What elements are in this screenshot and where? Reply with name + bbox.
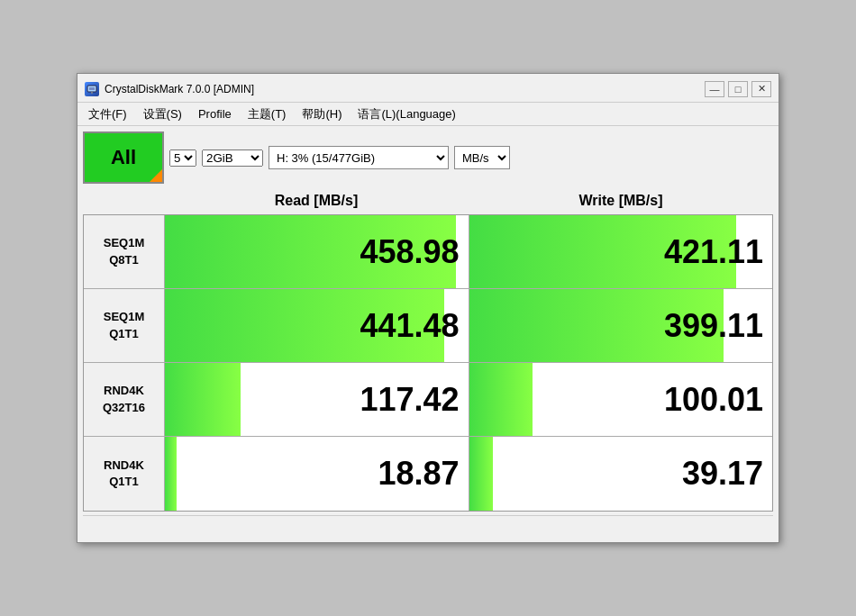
menu-profile[interactable]: Profile <box>191 105 239 122</box>
write-cell-seq1m-q8t1: 421.11 <box>469 215 773 288</box>
benchmark-table: SEQ1M Q8T1 458.98 421.11 SEQ1M Q1T1 <box>83 214 773 512</box>
size-select[interactable]: 2GiB 1GiB 4GiB 512MiB <box>202 149 263 167</box>
table-row: RND4K Q32T16 117.42 100.01 <box>84 363 772 437</box>
menu-settings[interactable]: 设置(S) <box>136 104 189 124</box>
menu-language[interactable]: 语言(L)(Language) <box>351 104 462 124</box>
window-controls: — □ ✕ <box>705 81 771 97</box>
svg-rect-1 <box>89 87 95 90</box>
status-bar <box>83 515 773 537</box>
row-label-rnd4k-q32t16: RND4K Q32T16 <box>84 363 165 436</box>
row-label-rnd4k-q1t1: RND4K Q1T1 <box>84 437 165 511</box>
title-bar-left: CrystalDiskMark 7.0.0 [ADMIN] <box>85 82 254 96</box>
write-value-seq1m-q8t1: 421.11 <box>664 233 763 271</box>
app-icon <box>85 82 99 96</box>
read-value-seq1m-q1t1: 441.48 <box>360 307 459 345</box>
close-button[interactable]: ✕ <box>751 81 771 97</box>
read-value-seq1m-q8t1: 458.98 <box>360 233 459 271</box>
all-button[interactable]: All <box>83 131 164 184</box>
write-cell-seq1m-q1t1: 399.11 <box>469 289 773 362</box>
toolbar: All 5 1 3 9 2GiB 1GiB 4GiB 512MiB H: 3% … <box>83 131 773 184</box>
read-value-rnd4k-q32t16: 117.42 <box>360 381 459 419</box>
write-value-rnd4k-q1t1: 39.17 <box>682 455 763 493</box>
read-cell-seq1m-q8t1: 458.98 <box>165 215 469 288</box>
menu-theme[interactable]: 主题(T) <box>241 104 294 124</box>
read-bar-rnd4k-q1t1 <box>165 437 177 511</box>
write-value-rnd4k-q32t16: 100.01 <box>664 381 763 419</box>
read-value-rnd4k-q1t1: 18.87 <box>378 455 459 493</box>
read-cell-rnd4k-q32t16: 117.42 <box>165 363 469 436</box>
window-title: CrystalDiskMark 7.0.0 [ADMIN] <box>105 83 254 95</box>
write-header: Write [MB/s] <box>469 189 773 213</box>
main-window: CrystalDiskMark 7.0.0 [ADMIN] — □ ✕ 文件(F… <box>77 73 779 543</box>
read-cell-seq1m-q1t1: 441.48 <box>165 289 469 362</box>
minimize-button[interactable]: — <box>705 81 724 97</box>
title-bar: CrystalDiskMark 7.0.0 [ADMIN] — □ ✕ <box>77 74 779 103</box>
read-header: Read [MB/s] <box>164 189 469 213</box>
read-bar-rnd4k-q32t16 <box>165 363 241 436</box>
maximize-button[interactable]: □ <box>728 81 748 97</box>
svg-point-2 <box>91 92 93 94</box>
write-cell-rnd4k-q1t1: 39.17 <box>469 437 773 511</box>
drive-select[interactable]: H: 3% (15/477GiB) <box>269 146 449 169</box>
write-bar-rnd4k-q1t1 <box>469 437 494 511</box>
row-label-seq1m-q8t1: SEQ1M Q8T1 <box>84 215 165 288</box>
count-select[interactable]: 5 1 3 9 <box>169 149 196 167</box>
row-label-seq1m-q1t1: SEQ1M Q1T1 <box>84 289 165 362</box>
table-row: SEQ1M Q8T1 458.98 421.11 <box>84 215 772 289</box>
write-cell-rnd4k-q32t16: 100.01 <box>469 363 773 436</box>
menu-bar: 文件(F) 设置(S) Profile 主题(T) 帮助(H) 语言(L)(La… <box>77 103 779 126</box>
read-cell-rnd4k-q1t1: 18.87 <box>165 437 469 511</box>
content-area: All 5 1 3 9 2GiB 1GiB 4GiB 512MiB H: 3% … <box>77 126 779 542</box>
write-value-seq1m-q1t1: 399.11 <box>664 307 763 345</box>
unit-select[interactable]: MB/s GB/s IOPS <box>454 146 510 169</box>
table-row: RND4K Q1T1 18.87 39.17 <box>84 437 772 511</box>
menu-help[interactable]: 帮助(H) <box>295 104 349 124</box>
write-bar-rnd4k-q32t16 <box>469 363 533 436</box>
column-headers: Read [MB/s] Write [MB/s] <box>83 189 773 213</box>
menu-file[interactable]: 文件(F) <box>81 104 134 124</box>
table-row: SEQ1M Q1T1 441.48 399.11 <box>84 289 772 363</box>
